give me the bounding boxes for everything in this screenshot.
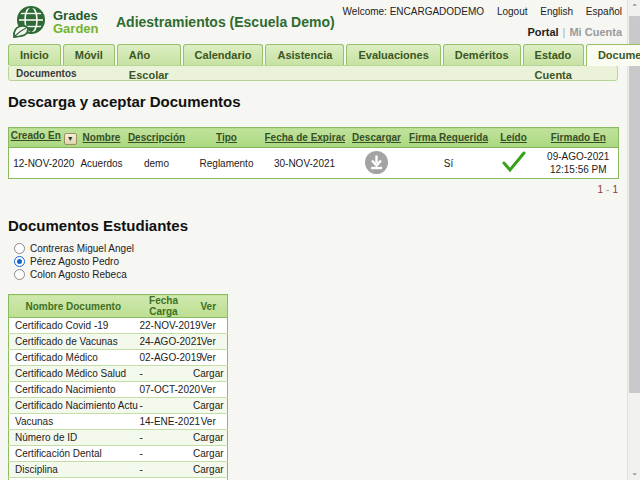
col-descripcion: Descripción (125, 128, 189, 148)
tab-movil[interactable]: Móvil (63, 44, 115, 65)
col-firmado-en-link[interactable]: Firmado En (551, 132, 606, 143)
cell-descripcion: demo (125, 148, 189, 179)
portal-link[interactable]: Portal (527, 26, 558, 38)
cell-creado-en: 12-NOV-2020 (9, 148, 79, 179)
cell-tipo: Reglamento (189, 148, 265, 179)
pagination: 1-1 (8, 184, 618, 195)
doc-row-certificado-nacimiento-actual-iv: Certificado Nacimiento Actual IV-Cargar (9, 398, 228, 414)
top-links: Welcome: ENCARGADODEMO Logout English Es… (343, 6, 622, 17)
col-creado-en-link[interactable]: Creado En (11, 130, 61, 141)
col-nombre-link[interactable]: Nombre (83, 132, 121, 143)
logout-link[interactable]: Logout (497, 6, 528, 17)
doc-action-link[interactable]: Cargar (190, 366, 228, 382)
tab-bar: InicioMóvilAño EscolarCalendarioAsistenc… (0, 43, 640, 65)
logo-word-garden: Garden (53, 22, 99, 35)
scroll-up-button[interactable]: ⌃ (628, 0, 640, 15)
tab-ano-escolar[interactable]: Año Escolar (117, 44, 181, 65)
tab-demeritos[interactable]: Deméritos (443, 44, 521, 65)
firmado-date: 09-AGO-2021 (539, 150, 619, 163)
doc-date-cell: - (138, 430, 190, 446)
doc-date-cell: - (138, 446, 190, 462)
pagination-separator: - (606, 184, 609, 195)
doc-row-numero-de-id: Número de ID-Cargar (9, 430, 228, 446)
doc-action-link[interactable]: Cargar (190, 446, 228, 462)
doc-action-link[interactable]: Cargar (190, 462, 228, 478)
vertical-scrollbar[interactable]: ⌃ ⌄ (627, 0, 640, 480)
download-table-header-row: Creado En▼ Nombre Descripción Tipo Fecha… (9, 128, 619, 148)
col-descargar: Descargar (345, 128, 409, 148)
download-table-row: 12-NOV-2020 Acuerdos demo Reglamento 30-… (9, 148, 619, 179)
tab-documentos[interactable]: Documentos (586, 44, 640, 66)
pagination-first: 1 (598, 184, 604, 195)
tab-evaluaciones[interactable]: Evaluaciones (346, 44, 440, 65)
student-radio-perez-agosto-pedro[interactable]: Pérez Agosto Pedro (14, 255, 627, 268)
doc-row-certificado-medico-salud: Certificado Médico Salud-Cargar (9, 366, 228, 382)
student-radio-contreras-miguel-angel[interactable]: Contreras Miguel Angel (14, 242, 627, 255)
col-firmado-en: Firmado En (539, 128, 619, 148)
doc-action-link[interactable]: Cargar (190, 398, 228, 414)
col-ver: Ver (190, 295, 228, 318)
student-documents-table: Nombre Documento Fecha Carga Ver Certifi… (8, 294, 228, 480)
students-section-title: Documentos Estudiantes (8, 217, 627, 234)
scrollbar-thumb[interactable] (629, 16, 640, 393)
tab-calendario[interactable]: Calendario (183, 44, 264, 65)
doc-name-cell: Certificación Dental (9, 446, 138, 462)
scroll-down-button[interactable]: ⌄ (628, 465, 640, 480)
doc-date-cell: 24-AGO-2021 (138, 334, 190, 350)
student-radio-list: Contreras Miguel AngelPérez Agosto Pedro… (14, 242, 627, 281)
student-radio-colon-agosto-rebeca[interactable]: Colon Agosto Rebeca (14, 268, 627, 281)
breadcrumb-label: Documentos (16, 68, 77, 79)
doc-name-cell: Certificado Covid -19 (9, 318, 138, 334)
mi-cuenta-link[interactable]: Mi Cuenta (569, 26, 622, 38)
col-nombre-documento: Nombre Documento (9, 295, 138, 318)
doc-row-certificado-covid-19: Certificado Covid -1922-NOV-2019Ver (9, 318, 228, 334)
check-icon (501, 151, 527, 173)
cell-firmado-en: 09-AGO-2021 12:15:56 PM (539, 148, 619, 179)
portal-links: Portal|Mi Cuenta (527, 26, 622, 38)
page-title: Adiestramientos (Escuela Demo) (116, 14, 335, 30)
pagination-last: 1 (612, 184, 618, 195)
doc-date-cell: 14-ENE-2021 (138, 414, 190, 430)
doc-row-vacunas: Vacunas14-ENE-2021Ver (9, 414, 228, 430)
main-content: Descarga y aceptar Documentos Creado En▼… (0, 81, 627, 480)
doc-name-cell: Vacunas (9, 414, 138, 430)
doc-date-cell: - (138, 398, 190, 414)
download-documents-table: Creado En▼ Nombre Descripción Tipo Fecha… (8, 127, 619, 179)
app-logo: Grades Garden (10, 4, 99, 40)
tab-asistencia[interactable]: Asistencia (265, 44, 344, 65)
col-creado-en: Creado En▼ (9, 128, 79, 148)
student-name-label: Pérez Agosto Pedro (30, 256, 119, 267)
doc-date-cell: - (138, 462, 190, 478)
english-link[interactable]: English (540, 6, 573, 17)
sort-down-icon[interactable]: ▼ (64, 133, 77, 145)
portal-separator: | (563, 26, 566, 38)
tab-estado-cuenta[interactable]: Estado Cuenta (523, 44, 584, 65)
tab-inicio[interactable]: Inicio (8, 44, 61, 65)
cell-descargar (345, 148, 409, 179)
col-nombre: Nombre (79, 128, 125, 148)
col-fecha-expiracion-link[interactable]: Fecha de Expiración (265, 132, 345, 143)
radio-icon[interactable] (14, 243, 25, 254)
col-descripcion-link[interactable]: Descripción (128, 132, 185, 143)
doc-name-cell: Certificado Médico (9, 350, 138, 366)
doc-name-cell: Certificado de Vacunas (9, 334, 138, 350)
cell-fecha-expiracion: 30-NOV-2021 (265, 148, 345, 179)
col-fecha-expiracion: Fecha de Expiración (265, 128, 345, 148)
doc-row-certificado-de-vacunas: Certificado de Vacunas24-AGO-2021Ver (9, 334, 228, 350)
doc-date-cell: 07-OCT-2020 (138, 382, 190, 398)
radio-icon[interactable] (14, 269, 25, 280)
col-leido-link[interactable]: Leído (500, 132, 527, 143)
doc-name-cell: Disciplina (9, 462, 138, 478)
radio-selected-icon[interactable] (14, 256, 25, 267)
doc-date-cell: 02-AGO-2019 (138, 350, 190, 366)
student-name-label: Colon Agosto Rebeca (30, 269, 127, 280)
col-tipo: Tipo (189, 128, 265, 148)
col-firma-requerida-link[interactable]: Firma Requerida (409, 132, 488, 143)
col-tipo-link[interactable]: Tipo (216, 132, 237, 143)
doc-date-cell: - (138, 366, 190, 382)
doc-row-certificado-medico: Certificado Médico02-AGO-2019Ver (9, 350, 228, 366)
doc-action-link[interactable]: Cargar (190, 430, 228, 446)
col-descargar-link[interactable]: Descargar (352, 132, 401, 143)
espanol-link[interactable]: Español (586, 6, 622, 17)
download-icon[interactable] (364, 150, 389, 177)
